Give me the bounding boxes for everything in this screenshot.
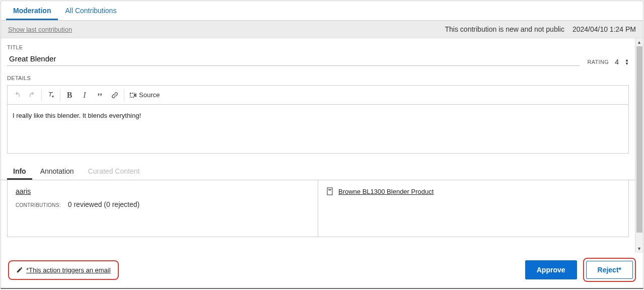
source-button[interactable]: Source	[126, 88, 163, 102]
contribution-date: 2024/04/10 1:24 PM	[573, 25, 636, 33]
svg-rect-0	[327, 188, 332, 195]
svg-rect-1	[328, 189, 331, 190]
main-tabs: Moderation All Contributions	[1, 1, 643, 21]
footer: *This action triggers an email Approve R…	[1, 253, 643, 288]
details-editor: B I Source I real	[7, 85, 629, 154]
rating-spinner[interactable]: ▲ ▼	[625, 58, 629, 65]
editor-toolbar: B I Source	[8, 86, 628, 105]
contributions-label: CONTRIBUTIONS:	[16, 202, 61, 208]
content-area: TITLE RATING 4 ▲ ▼ DETAILS	[1, 38, 635, 253]
redo-button[interactable]	[25, 88, 40, 102]
scroll-up-icon[interactable]: ▲	[635, 38, 643, 46]
reject-button[interactable]: Reject*	[586, 261, 633, 279]
status-bar: Show last contribution This contribution…	[1, 21, 643, 38]
pencil-icon	[16, 266, 23, 273]
details-label: DETAILS	[7, 75, 629, 81]
redo-icon	[28, 91, 36, 99]
tab-all-contributions[interactable]: All Contributions	[58, 1, 123, 20]
author-link[interactable]: aaris	[16, 187, 310, 195]
contribution-status-text: This contribution is new and not public	[445, 25, 564, 33]
quote-icon	[96, 91, 104, 99]
product-link[interactable]: Browne BL1300 Blender Product	[338, 188, 434, 195]
product-icon	[326, 187, 333, 195]
subtab-info[interactable]: Info	[7, 163, 32, 180]
info-panel: aaris CONTRIBUTIONS: 0 reviewed (0 rejec…	[7, 180, 629, 237]
clear-format-icon	[47, 91, 55, 99]
info-product: Browne BL1300 Blender Product	[318, 180, 628, 237]
source-icon	[129, 91, 137, 99]
link-icon	[111, 91, 119, 99]
show-last-contribution-link[interactable]: Show last contribution	[8, 26, 72, 33]
clear-format-button[interactable]	[43, 88, 58, 102]
rating-value: 4	[613, 58, 621, 66]
info-author: aaris CONTRIBUTIONS: 0 reviewed (0 rejec…	[8, 180, 318, 237]
quote-button[interactable]	[92, 88, 107, 102]
source-label: Source	[139, 91, 160, 99]
subtab-annotation[interactable]: Annotation	[34, 163, 80, 180]
vertical-scrollbar[interactable]: ▲ ▼	[635, 38, 643, 253]
approve-button[interactable]: Approve	[525, 260, 577, 279]
scroll-thumb[interactable]	[636, 46, 642, 233]
subtab-curated: Curated Content	[82, 163, 146, 180]
details-content[interactable]: I really like this blender. It blends ev…	[8, 105, 628, 153]
reject-highlight: Reject*	[583, 258, 636, 282]
undo-icon	[13, 91, 21, 99]
rating-down-icon[interactable]: ▼	[625, 62, 629, 65]
link-button[interactable]	[107, 88, 122, 102]
email-trigger-text: *This action triggers an email	[26, 266, 111, 274]
title-input[interactable]	[7, 52, 580, 66]
bold-button[interactable]: B	[62, 88, 77, 102]
contributions-value: 0 reviewed (0 rejected)	[68, 200, 139, 208]
sub-tabs: Info Annotation Curated Content	[1, 163, 635, 180]
rating-label: RATING	[588, 59, 609, 65]
undo-button[interactable]	[10, 88, 25, 102]
title-label: TITLE	[7, 44, 629, 50]
italic-button[interactable]: I	[77, 88, 92, 102]
tab-moderation[interactable]: Moderation	[6, 1, 58, 20]
scroll-down-icon[interactable]: ▼	[635, 245, 643, 253]
email-trigger-note[interactable]: *This action triggers an email	[8, 260, 119, 280]
